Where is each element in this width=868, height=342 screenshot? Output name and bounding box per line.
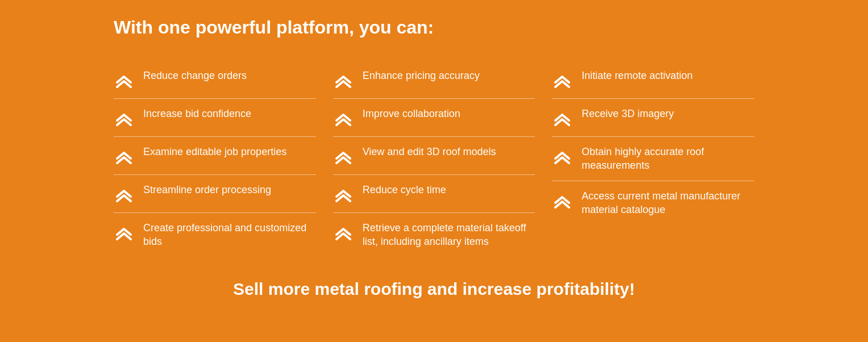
column-3: Initiate remote activation Receive 3D im… [552, 61, 754, 257]
column-2: Enhance pricing accuracy Improve collabo… [333, 61, 535, 257]
chevron-up-icon [114, 108, 134, 128]
chevron-up-icon [333, 184, 354, 205]
feature-item: Streamline order processing [114, 175, 316, 213]
feature-text: Reduce cycle time [363, 183, 446, 197]
chevron-up-icon [552, 146, 572, 166]
chevron-up-icon [114, 146, 134, 166]
chevron-up-icon [333, 108, 354, 128]
chevron-up-icon [114, 184, 134, 205]
feature-item: Enhance pricing accuracy [333, 61, 535, 99]
feature-item: Reduce change orders [114, 61, 316, 99]
feature-text: Retrieve a complete material takeoff lis… [363, 221, 535, 249]
feature-item: Improve collaboration [333, 99, 535, 137]
feature-item: Receive 3D imagery [552, 99, 754, 137]
chevron-up-icon [333, 70, 354, 90]
feature-item: Access current metal manufacturer materi… [552, 181, 754, 225]
feature-text: Access current metal manufacturer materi… [582, 189, 754, 217]
chevron-up-icon [114, 222, 134, 243]
feature-item: Increase bid confidence [114, 99, 316, 137]
chevron-up-icon [552, 108, 572, 128]
feature-item: Examine editable job properties [114, 137, 316, 175]
feature-item: Obtain highly accurate roof measurements [552, 137, 754, 181]
chevron-up-icon [333, 146, 354, 166]
chevron-up-icon [114, 70, 134, 90]
chevron-up-icon [333, 222, 354, 243]
feature-text: Streamline order processing [143, 183, 271, 197]
chevron-up-icon [552, 190, 572, 211]
main-container: With one powerful platform, you can: Red… [0, 0, 868, 322]
feature-item: Create professional and customized bids [114, 213, 316, 257]
feature-item: View and edit 3D roof models [333, 137, 535, 175]
feature-columns: Reduce change orders Increase bid confid… [114, 61, 754, 257]
feature-text: View and edit 3D roof models [363, 145, 496, 159]
feature-text: Initiate remote activation [582, 69, 692, 82]
feature-text: Enhance pricing accuracy [363, 69, 480, 82]
feature-text: Receive 3D imagery [582, 107, 674, 120]
feature-text: Obtain highly accurate roof measurements [582, 145, 754, 173]
feature-item: Reduce cycle time [333, 175, 535, 213]
feature-text: Create professional and customized bids [143, 221, 316, 249]
feature-text: Examine editable job properties [143, 145, 286, 159]
feature-item: Retrieve a complete material takeoff lis… [333, 213, 535, 257]
footer-text: Sell more metal roofing and increase pro… [114, 280, 754, 299]
chevron-up-icon [552, 70, 572, 90]
feature-item: Initiate remote activation [552, 61, 754, 99]
feature-text: Reduce change orders [143, 69, 247, 82]
feature-text: Improve collaboration [363, 107, 460, 120]
page-headline: With one powerful platform, you can: [114, 17, 754, 38]
feature-text: Increase bid confidence [143, 107, 251, 120]
column-1: Reduce change orders Increase bid confid… [114, 61, 316, 257]
